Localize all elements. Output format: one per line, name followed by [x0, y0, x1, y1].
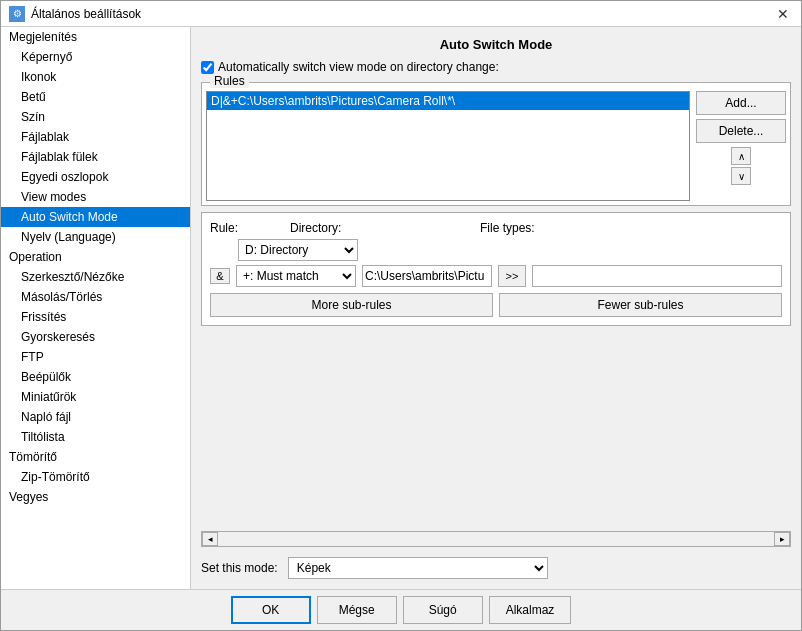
first-sub-rule-row: D: Directory [210, 239, 782, 261]
sidebar-item-m-sol-s-t-rl-s[interactable]: Másolás/Törlés [1, 287, 190, 307]
panel-title: Auto Switch Mode [201, 37, 791, 52]
sub-rule-type-select[interactable]: +: Must match [236, 265, 356, 287]
window-icon: ⚙ [9, 6, 25, 22]
rules-action-area: Add... Delete... ∧ ∨ [696, 91, 786, 201]
sidebar-item-auto-switch-mode[interactable]: Auto Switch Mode [1, 207, 190, 227]
sidebar-item-vegyes[interactable]: Vegyes [1, 487, 190, 507]
horizontal-scrollbar[interactable]: ◂ ▸ [201, 531, 791, 547]
sidebar-item-egyedi-oszlopok[interactable]: Egyedi oszlopok [1, 167, 190, 187]
sidebar-item-nyelv-language-[interactable]: Nyelv (Language) [1, 227, 190, 247]
title-bar-left: ⚙ Általános beállítások [9, 6, 141, 22]
sidebar-item-be-p-l-k[interactable]: Beépülők [1, 367, 190, 387]
sidebar: MegjelenítésKépernyőIkonokBetűSzínFájlab… [1, 27, 191, 589]
sidebar-item-operation[interactable]: Operation [1, 247, 190, 267]
sidebar-item-szerkeszt-n-z-ke[interactable]: Szerkesztő/Nézőke [1, 267, 190, 287]
expand-button[interactable]: >> [498, 265, 526, 287]
sidebar-item-t-m-r-t-[interactable]: Tömörítő [1, 447, 190, 467]
sidebar-item-sz-n[interactable]: Szín [1, 107, 190, 127]
file-types-col-header: File types: [480, 221, 535, 235]
rules-buttons: Add... Delete... [696, 91, 786, 143]
more-sub-rules-button[interactable]: More sub-rules [210, 293, 493, 317]
cancel-button[interactable]: Mégse [317, 596, 397, 624]
content-area: MegjelenítésKépernyőIkonokBetűSzínFájlab… [1, 27, 801, 589]
sidebar-item-k-perny-[interactable]: Képernyő [1, 47, 190, 67]
sidebar-item-friss-t-s[interactable]: Frissítés [1, 307, 190, 327]
path-input[interactable] [362, 265, 492, 287]
move-up-button[interactable]: ∧ [731, 147, 751, 165]
apply-button[interactable]: Alkalmaz [489, 596, 572, 624]
ok-button[interactable]: OK [231, 596, 311, 624]
rules-inner: D|&+C:\Users\ambrits\Pictures\Camera Rol… [206, 87, 786, 201]
sidebar-item-zip-t-m-r-t-[interactable]: Zip-Tömörítő [1, 467, 190, 487]
add-button[interactable]: Add... [696, 91, 786, 115]
sidebar-item-gyorskeres-s[interactable]: Gyorskeresés [1, 327, 190, 347]
sidebar-item-bet-[interactable]: Betű [1, 87, 190, 107]
window-title: Általános beállítások [31, 7, 141, 21]
rules-list-item[interactable]: D|&+C:\Users\ambrits\Pictures\Camera Rol… [207, 92, 689, 110]
fewer-sub-rules-button[interactable]: Fewer sub-rules [499, 293, 782, 317]
sidebar-item-megjelen-t-s[interactable]: Megjelenítés [1, 27, 190, 47]
delete-button[interactable]: Delete... [696, 119, 786, 143]
auto-switch-checkbox[interactable] [201, 61, 214, 74]
close-button[interactable]: ✕ [773, 4, 793, 24]
sidebar-item-napl-f-jl[interactable]: Napló fájl [1, 407, 190, 427]
main-panel: Auto Switch Mode Automatically switch vi… [191, 27, 801, 589]
rules-list[interactable]: D|&+C:\Users\ambrits\Pictures\Camera Rol… [206, 91, 690, 201]
directory-col-header: Directory: [290, 221, 470, 235]
spacer-area [201, 332, 791, 531]
rule-header-row: Rule: Directory: File types: [210, 221, 782, 235]
footer: OK Mégse Súgó Alkalmaz [1, 589, 801, 630]
rule-col-header: Rule: [210, 221, 280, 235]
help-button[interactable]: Súgó [403, 596, 483, 624]
title-bar: ⚙ Általános beállítások ✕ [1, 1, 801, 27]
sidebar-item-f-jlablak[interactable]: Fájlablak [1, 127, 190, 147]
rule-type-select[interactable]: D: Directory [238, 239, 358, 261]
set-mode-label: Set this mode: [201, 561, 278, 575]
rules-group-label: Rules [210, 74, 249, 88]
rules-group: Rules D|&+C:\Users\ambrits\Pictures\Came… [201, 82, 791, 206]
sidebar-item-ikonok[interactable]: Ikonok [1, 67, 190, 87]
mode-select[interactable]: Képek [288, 557, 548, 579]
move-down-button[interactable]: ∨ [731, 167, 751, 185]
rules-arrows: ∧ ∨ [696, 147, 786, 185]
sidebar-item-tilt-lista[interactable]: Tiltólista [1, 427, 190, 447]
sidebar-item-ftp[interactable]: FTP [1, 347, 190, 367]
rule-detail: Rule: Directory: File types: D: Director… [201, 212, 791, 326]
file-types-input[interactable] [532, 265, 782, 287]
scroll-track [220, 534, 772, 544]
sidebar-item-miniat-r-k[interactable]: Miniatűrök [1, 387, 190, 407]
scroll-left-button[interactable]: ◂ [202, 532, 218, 546]
mode-row: Set this mode: Képek [201, 553, 791, 579]
main-window: ⚙ Általános beállítások ✕ MegjelenítésKé… [0, 0, 802, 631]
auto-switch-checkbox-row: Automatically switch view mode on direct… [201, 60, 791, 74]
second-sub-rule-row: & +: Must match >> [210, 265, 782, 287]
sub-rules-buttons-row: More sub-rules Fewer sub-rules [210, 293, 782, 317]
auto-switch-label: Automatically switch view mode on direct… [218, 60, 499, 74]
sidebar-item-f-jlablak-f-lek[interactable]: Fájlablak fülek [1, 147, 190, 167]
and-badge: & [210, 268, 230, 284]
sidebar-item-view-modes[interactable]: View modes [1, 187, 190, 207]
scroll-right-button[interactable]: ▸ [774, 532, 790, 546]
